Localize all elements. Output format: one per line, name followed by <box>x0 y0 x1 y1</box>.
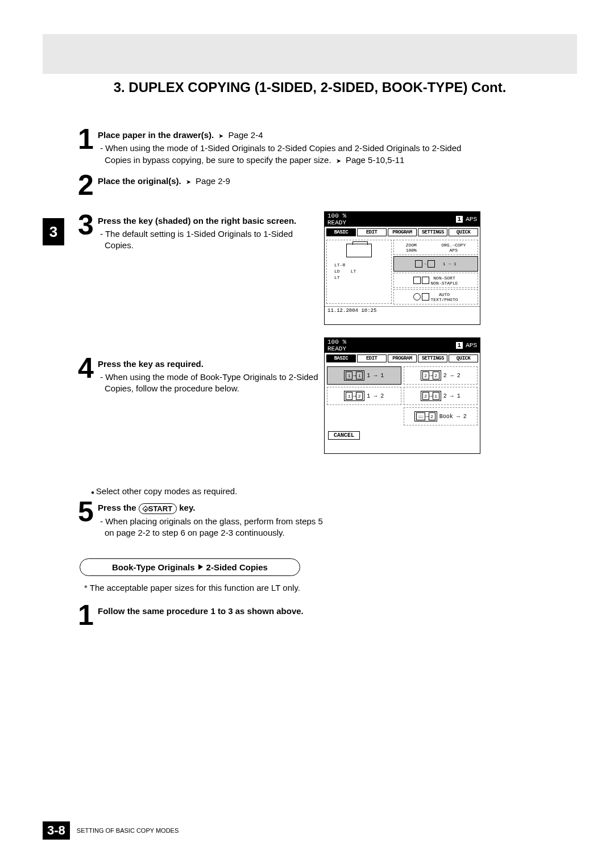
tab-quick[interactable]: QUICK <box>449 228 478 236</box>
timestamp: 11.12.2004 10:25 <box>327 308 376 314</box>
step-title: Press the key as required. <box>98 359 204 369</box>
step-number: 4 <box>74 357 98 379</box>
step-2: 2 Place the original(s). Page 2-9 <box>74 174 472 197</box>
step-number: 3 <box>74 214 98 236</box>
tab-edit[interactable]: EDIT <box>357 228 387 236</box>
section-right: 2-Sided Copies <box>206 562 268 572</box>
page-ref: Page 2-4 <box>229 130 263 140</box>
tab-edit[interactable]: EDIT <box>357 354 387 362</box>
aps-label: APS <box>466 216 477 223</box>
zoom-button[interactable]: ZOOM100% ORG.→COPYAPS <box>393 240 478 255</box>
screen-footer: 11.12.2004 10:25 <box>325 306 480 315</box>
screen-main: LT-R LD LT LT ZOOM100% ORG.→COPYAPS → 1 … <box>325 238 480 306</box>
step-title: Press the key (shaded) on the right basi… <box>98 216 296 226</box>
footer-label: SETTING OF BASIC COPY MODES <box>77 827 179 834</box>
ready-status: READY <box>327 219 346 226</box>
step-body: Press the START key. - When placing orig… <box>98 500 324 539</box>
aps-label: APS <box>466 342 477 349</box>
mode-2-to-2[interactable]: 2→2 2 → 2 <box>404 366 478 385</box>
reference-arrow-icon <box>334 155 343 165</box>
machine-diagram: LT-R LD LT LT <box>326 240 392 304</box>
tab-quick[interactable]: QUICK <box>449 354 478 362</box>
step-number: 1 <box>74 128 98 151</box>
stack-icon <box>413 277 421 284</box>
section-header: Book-Type Originals 2-Sided Copies <box>80 558 300 576</box>
screen-tabs: BASIC EDIT PROGRAM SETTINGS QUICK <box>325 353 480 364</box>
step-body: Press the key (shaded) on the right basi… <box>98 214 324 252</box>
acceptable-paper-note: * The acceptable paper sizes for this fu… <box>84 583 472 592</box>
chapter-tab: 3 <box>43 218 64 245</box>
triangle-icon <box>198 564 203 570</box>
page-footer: 3-8 SETTING OF BASIC COPY MODES <box>43 821 179 840</box>
step-1: 1 Place paper in the drawer(s). Page 2-4… <box>74 128 472 166</box>
step-note: - When placing originals on the glass, p… <box>98 516 324 539</box>
top-banner <box>43 34 577 74</box>
step-number: 2 <box>74 174 98 197</box>
screen-buttons: ZOOM100% ORG.→COPYAPS → 1 → 1 NON-SORT N… <box>393 240 478 304</box>
gear-icon <box>413 293 421 301</box>
step-body: Follow the same procedure 1 to 3 as show… <box>98 604 472 617</box>
reference-arrow-icon <box>184 176 193 186</box>
cancel-button[interactable]: CANCEL <box>328 431 360 440</box>
tab-settings[interactable]: SETTINGS <box>418 228 447 236</box>
page-ref-2: Page 5-10,5-11 <box>346 155 404 165</box>
step-title: Place paper in the drawer(s). <box>98 130 214 140</box>
step-4: 4 Press the key as required. - When usin… <box>74 357 324 395</box>
step-3: 3 Press the key (shaded) on the right ba… <box>74 214 324 252</box>
step-body: Place the original(s). Page 2-9 <box>98 174 472 187</box>
ready-status: READY <box>327 345 346 352</box>
page-icon <box>415 260 422 268</box>
step-5: 5 Press the START key. - When placing or… <box>74 500 324 539</box>
page-title: 3. DUPLEX COPYING (1-SIDED, 2-SIDED, BOO… <box>43 80 577 95</box>
tab-settings[interactable]: SETTINGS <box>418 354 447 362</box>
step-note: - The default setting is 1-Sided Origina… <box>98 228 324 252</box>
auto-mode-button[interactable]: AUTO TEXT/PHOTO <box>393 289 478 304</box>
step-title-c: key. <box>177 503 195 512</box>
screen-header: 100 % READY 1 APS <box>325 338 480 353</box>
tab-basic[interactable]: BASIC <box>326 354 356 362</box>
tab-basic[interactable]: BASIC <box>326 228 356 236</box>
mode-1-to-1[interactable]: 1→1 1 → 1 <box>327 366 401 385</box>
step-follow-1: 1 Follow the same procedure 1 to 3 as sh… <box>74 604 472 627</box>
copy-count: 1 <box>456 216 463 223</box>
basic-screen-figure: 100 % READY 1 APS BASIC EDIT PROGRAM SET… <box>324 211 480 325</box>
step-number: 1 <box>74 604 98 627</box>
step-title: Place the original(s). <box>98 176 181 186</box>
zoom-percent: 100 % <box>327 212 346 219</box>
tab-program[interactable]: PROGRAM <box>388 228 417 236</box>
step-body: Place paper in the drawer(s). Page 2-4 -… <box>98 128 472 166</box>
mode-selection-grid: 1→1 1 → 1 2→2 2 → 2 1→2 1 → 2 2→1 2 → 1 … <box>325 364 480 428</box>
bullet-note: Select other copy modes as required. <box>91 486 472 496</box>
page-ref: Page 2-9 <box>196 176 230 186</box>
reference-arrow-icon <box>216 130 226 140</box>
step-note: - When using the mode of 1-Sided Origina… <box>100 143 461 164</box>
tab-program[interactable]: PROGRAM <box>388 354 417 362</box>
doc-icon <box>422 293 429 301</box>
start-key-icon: START <box>139 503 177 515</box>
stack-icon <box>422 277 429 284</box>
mode-book-to-2[interactable]: 📖→2 Book → 2 <box>404 407 478 425</box>
sort-button[interactable]: NON-SORT NON-STAPLE <box>393 273 478 288</box>
screen-tabs: BASIC EDIT PROGRAM SETTINGS QUICK <box>325 227 480 238</box>
page-icon <box>428 260 435 268</box>
paper-sizes: LT-R LD LT LT <box>329 262 389 281</box>
mode-2-to-1[interactable]: 2→1 2 → 1 <box>404 387 478 405</box>
zoom-percent: 100 % <box>327 339 346 345</box>
step-number: 5 <box>74 500 98 523</box>
section-left: Book-Type Originals <box>112 562 195 572</box>
step-title: Follow the same procedure 1 to 3 as show… <box>98 606 304 616</box>
copy-count: 1 <box>456 342 463 349</box>
duplex-mode-button[interactable]: → 1 → 1 <box>393 256 478 272</box>
mode-1-to-2[interactable]: 1→2 1 → 2 <box>327 387 401 405</box>
screen-header: 100 % READY 1 APS <box>325 212 480 227</box>
duplex-mode-screen-figure: 100 % READY 1 APS BASIC EDIT PROGRAM SET… <box>324 337 480 454</box>
step-note: - When using the mode of Book-Type Origi… <box>98 372 324 395</box>
step-body: Press the key as required. - When using … <box>98 357 324 395</box>
step-title-a: Press the <box>98 503 139 512</box>
page-number: 3-8 <box>43 821 70 840</box>
